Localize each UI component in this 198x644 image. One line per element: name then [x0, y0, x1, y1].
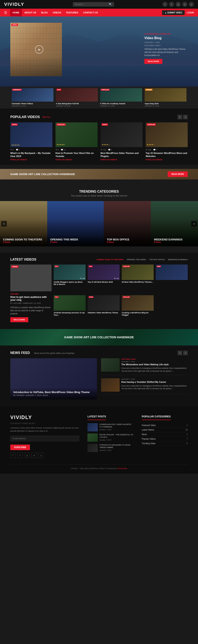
- banner-1: GAME SHOW Art line Collection Handmade R…: [0, 169, 198, 180]
- nav-home[interactable]: HOME: [10, 9, 22, 16]
- footer-post-info-1: COMEDIANS PICK THEIR FAVORITE TV COMEDIE…: [99, 423, 133, 432]
- nav-blog[interactable]: BLOG: [39, 9, 50, 16]
- popular-see-all[interactable]: SEE ALL: [42, 116, 51, 118]
- popular-thumb-4: Popular ★★★★☆: [146, 122, 188, 147]
- latest-read-more-button[interactable]: READ MORE: [10, 317, 28, 322]
- latest-tab-4[interactable]: WEEKEND EARNINGS: [168, 258, 188, 260]
- footer-twitter-icon[interactable]: t: [17, 452, 23, 458]
- trending-card-1[interactable]: Coming Soon to Theaters 8 items: [0, 201, 47, 246]
- search-input[interactable]: [75, 3, 109, 6]
- latest-sm-card-7[interactable]: Popular Creating a WordPress Blog for Vl…: [122, 295, 154, 324]
- footer-cat-count-4: 7: [186, 438, 188, 440]
- latest-sm-card-2[interactable]: Hot 👁 121 Top of 100 Best Movies 2018: [88, 264, 120, 293]
- hero-thumb-1[interactable]: Cinematic Cinematic Vimeo Videos JANUARY…: [10, 86, 55, 108]
- search-icon[interactable]: 🔍: [109, 3, 112, 6]
- trending-card-4[interactable]: Weekend Earnings 8 items: [151, 201, 198, 246]
- latest-sm-card-6[interactable]: FAITH VideoPro Video WordPress Theme: [88, 295, 120, 324]
- footer-post-3[interactable]: 6 PRODUCTS DESIGNED TO MAKE TREND OMBRÉ …: [87, 444, 133, 452]
- news-side-desc-1: If you are a subscriber to managing a Wo…: [121, 367, 188, 372]
- footer-pinterest-icon[interactable]: p: [31, 452, 37, 458]
- footer-cat-item-1[interactable]: Featured Video 1: [142, 423, 188, 428]
- trending-card-2[interactable]: Opening This Week 8 items: [47, 201, 104, 246]
- footer-email-input[interactable]: [10, 436, 79, 441]
- popular-title-3: Best WordPress Video Themes and Plugins: [101, 152, 143, 158]
- latest-sm-card-5[interactable]: Hot 19 Niche Streaming Services To Up Yo…: [54, 295, 86, 324]
- footer-cat-count-2: 10: [185, 429, 188, 431]
- footer-post-1[interactable]: COMEDIANS PICK THEIR FAVORITE TV COMEDIE…: [87, 423, 133, 432]
- pinterest-icon[interactable]: p: [182, 2, 187, 7]
- footer-logo-red: VIVID: [10, 414, 25, 420]
- trending-title: TRENDING CATEGORIES: [79, 190, 119, 193]
- latest-tab-3[interactable]: TOP BOX OFFICE: [149, 258, 165, 260]
- popular-prev-button[interactable]: ‹: [177, 115, 182, 119]
- trending-next-button[interactable]: ›: [191, 221, 197, 226]
- hero-thumb-badge-1: Cinematic: [12, 89, 22, 91]
- footer-subscribe-button[interactable]: SUBSCRIBE: [10, 444, 30, 450]
- latest-main-thumb: Trend: [10, 264, 52, 291]
- latest-tab-2[interactable]: OPENING THIS WEEK: [127, 258, 146, 260]
- nav-videos[interactable]: VIDEOS: [50, 9, 64, 16]
- latest-sm-card-1[interactable]: Hot 👁 126 Vividly Bloggers opens up abou…: [54, 264, 86, 293]
- hero-read-more-button[interactable]: READ MORE: [144, 59, 162, 64]
- latest-sm-card-3[interactable]: Popular 20 Best Video WordPress Themes..…: [122, 264, 154, 293]
- banner-1-button[interactable]: READ MORE: [168, 172, 188, 177]
- footer-cat-item-5[interactable]: Trending Video 4: [142, 441, 188, 446]
- latest-sm-title-1: Vividly Bloggers opens up about life in …: [54, 281, 86, 286]
- facebook-icon[interactable]: f: [162, 2, 167, 7]
- hamburger-icon[interactable]: ☰: [4, 11, 7, 15]
- footer-google-icon[interactable]: g: [24, 452, 30, 458]
- news-side-item-1[interactable]: FEATURED VIDEO JANUARY 7, 2019 The Minim…: [101, 358, 188, 375]
- hero-thumb-4[interactable]: Unique Aqua King 2018 JANUARY 11, 2019: [143, 86, 188, 108]
- footer-post-date-1: January 7, 2019: [99, 429, 133, 430]
- popular-card-4[interactable]: Popular ★★★★☆ 👁 138 💬 0 Top 15 Streamer …: [146, 122, 188, 161]
- news-main[interactable]: Introduction to VidTube, Best WordPress …: [10, 358, 97, 401]
- popular-card-2[interactable]: Popular ★★★★★ 👁 0 💬 11 How to Promote Yo…: [56, 122, 98, 161]
- nav-about[interactable]: ABOUT US: [22, 9, 39, 16]
- footer-cat-item-2[interactable]: Latest Videos 10: [142, 428, 188, 432]
- popular-card-3[interactable]: FAITH ★★★★☆ 👁 116 💬 0 Best WordPress Vid…: [101, 122, 143, 161]
- news-section: NEWS FEED News around the globe within y…: [0, 346, 198, 406]
- footer-logo-white: LY: [25, 414, 32, 420]
- logo[interactable]: VIVIDLY: [4, 2, 24, 7]
- hero-thumb-2[interactable]: Hot A Star Being Born Full HD JANUARY 13…: [55, 86, 99, 108]
- news-next-button[interactable]: ›: [183, 351, 188, 355]
- hero-thumb-img-1: Cinematic: [12, 88, 53, 102]
- youtube-icon[interactable]: y: [189, 2, 194, 7]
- google-icon[interactable]: g: [176, 2, 181, 7]
- trending-card-3[interactable]: Top Box Office 8 items: [104, 201, 151, 246]
- news-prev-button[interactable]: ‹: [177, 351, 182, 355]
- logo-white: LY: [18, 2, 24, 7]
- search-bar[interactable]: 🔍: [73, 2, 114, 6]
- latest-sm-title-6: VideoPro Video WordPress Theme: [88, 312, 120, 314]
- hero-thumb-date-4: JANUARY 11, 2019: [145, 105, 186, 107]
- footer-post-2[interactable]: MOVIE TRAILER – THE ESSENTIAL TO A FILM'…: [87, 434, 133, 442]
- hero-play-button[interactable]: [35, 45, 43, 54]
- footer-cat-item-3[interactable]: News 1: [142, 432, 188, 437]
- trending-prev-button[interactable]: ‹: [1, 221, 7, 226]
- footer-credit-link[interactable]: ThemePatio: [117, 468, 127, 470]
- nav-features[interactable]: FEATURES: [64, 9, 81, 16]
- footer-youtube-icon[interactable]: y: [38, 452, 44, 458]
- hero-tag: #1 WordPress Theme for: [144, 33, 186, 35]
- hero-thumb-date-2: JANUARY 13, 2019: [56, 105, 98, 107]
- nav-contact[interactable]: CONTACT US: [81, 9, 100, 16]
- popular-next-button[interactable]: ›: [183, 115, 188, 119]
- submit-video-button[interactable]: ▲ SUBMIT VIDEO: [162, 10, 184, 15]
- popular-cat-3: POPULAR VIDEOS: [101, 159, 143, 161]
- footer-cat-item-4[interactable]: Popular Videos 7: [142, 437, 188, 441]
- hero-thumb-badge-2: Hot: [57, 89, 61, 91]
- popular-badge-2: Popular: [57, 124, 66, 126]
- latest-sm-card-4[interactable]: New: [156, 264, 188, 293]
- latest-sm-badge-2: Hot: [89, 266, 93, 267]
- news-side-item-2[interactable]: JANUARY 7, 2019 How having a Youtuber Sh…: [101, 378, 188, 394]
- top-bar: VIVIDLY 🔍 f t g p y: [0, 0, 198, 9]
- popular-card-1[interactable]: FAITH ★★★★★ 👁 0 💬 0 What's in My Backpac…: [10, 122, 52, 161]
- news-title: NEWS FEED: [10, 351, 30, 355]
- footer-cat-name-4: Popular Videos: [142, 438, 156, 440]
- latest-sm-thumb-6: FAITH: [88, 295, 120, 311]
- hero-thumb-3[interactable]: Popular 6 Titles for Academy Awards JANU…: [99, 86, 143, 108]
- login-button[interactable]: LOGIN: [187, 11, 194, 14]
- footer-facebook-icon[interactable]: f: [10, 452, 16, 458]
- twitter-icon[interactable]: t: [169, 2, 174, 7]
- latest-tab-1[interactable]: COMING SOON TO THEATERS: [97, 258, 124, 260]
